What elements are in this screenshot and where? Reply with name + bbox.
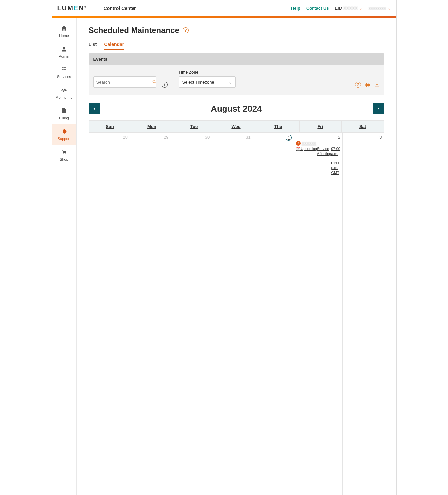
billing-icon	[61, 107, 67, 115]
svg-rect-4	[63, 69, 66, 70]
svg-point-10	[153, 80, 155, 82]
calendar-grid: Sun Mon Tue Wed Thu Fri Sat 28 29 30 31 …	[89, 120, 384, 495]
tz-select[interactable]: Select Timezone ⌄	[179, 76, 236, 88]
svg-rect-1	[62, 67, 63, 68]
chevron-down-icon: ⌄	[228, 80, 232, 85]
sidebar-item-label: Admin	[59, 54, 69, 58]
tz-label: Time Zone	[179, 70, 236, 75]
day-cell[interactable]: 30	[171, 132, 212, 495]
dow-wed: Wed	[215, 121, 257, 132]
tab-calendar[interactable]: Calendar	[104, 42, 124, 50]
next-month-button[interactable]	[373, 103, 384, 114]
dow-sun: Sun	[89, 121, 131, 132]
sidebar-item-billing[interactable]: Billing	[52, 103, 76, 124]
download-icon[interactable]	[374, 82, 380, 87]
eid-selector[interactable]: EID XXXXX ⌄	[335, 6, 363, 11]
calendar-icon: 📅	[296, 146, 301, 495]
help-icon[interactable]: ?	[183, 27, 189, 33]
svg-rect-6	[63, 71, 66, 71]
search-wrap	[93, 76, 156, 88]
sidebar-item-label: Services	[57, 75, 71, 79]
dow-fri: Fri	[300, 121, 342, 132]
support-icon	[61, 128, 67, 135]
svg-rect-2	[63, 67, 66, 68]
app-title: Control Center	[104, 6, 136, 11]
chevron-down-icon: ⌄	[387, 6, 391, 11]
prev-month-button[interactable]	[89, 103, 100, 114]
dow-thu: Thu	[257, 121, 300, 132]
month-title: August 2024	[211, 104, 262, 114]
tab-list[interactable]: List	[89, 42, 97, 50]
svg-point-0	[63, 47, 65, 49]
day-cell[interactable]: 1	[253, 132, 294, 495]
search-input[interactable]	[96, 80, 152, 85]
day-cell[interactable]: 29	[130, 132, 171, 495]
logo: LUMEN®	[57, 4, 87, 12]
admin-icon	[61, 46, 67, 53]
event-item[interactable]: XXXXXX 📅 UpcomingService Affecting07:00 …	[296, 141, 340, 495]
sidebar-item-home[interactable]: Home	[52, 21, 76, 42]
sidebar: Home Admin Services Monitoring Billing S…	[52, 18, 77, 495]
svg-point-9	[65, 154, 66, 155]
help-link[interactable]: Help	[291, 6, 300, 11]
sidebar-item-label: Monitoring	[55, 95, 72, 99]
day-cell[interactable]: 2 XXXXXX 📅 UpcomingService Affecting07:0…	[294, 132, 343, 495]
shop-icon	[61, 149, 67, 156]
svg-point-8	[63, 154, 64, 155]
dow-sat: Sat	[342, 121, 384, 132]
sidebar-item-label: Home	[59, 34, 69, 38]
sidebar-item-label: Billing	[59, 116, 69, 120]
day-cell[interactable]: 31	[212, 132, 253, 495]
chevron-down-icon: ⌄	[359, 6, 363, 11]
day-cell[interactable]: 3	[343, 132, 384, 495]
svg-rect-5	[62, 71, 63, 71]
day-cell[interactable]: 28	[89, 132, 130, 495]
contact-link[interactable]: Contact Us	[306, 6, 329, 11]
sidebar-item-services[interactable]: Services	[52, 62, 76, 83]
sidebar-item-support[interactable]: Support	[52, 124, 76, 145]
help-icon[interactable]: ?	[355, 82, 361, 88]
user-selector[interactable]: xxxxxxxx ⌄	[369, 6, 391, 11]
print-icon[interactable]	[365, 82, 370, 87]
sidebar-item-admin[interactable]: Admin	[52, 42, 76, 62]
wrench-icon	[296, 141, 301, 146]
services-icon	[61, 66, 67, 73]
info-icon[interactable]: i	[162, 82, 168, 88]
dow-mon: Mon	[131, 121, 173, 132]
sidebar-item-label: Support	[58, 137, 71, 141]
sidebar-item-monitoring[interactable]: Monitoring	[52, 83, 76, 103]
page-title: Scheduled Maintenance	[89, 26, 179, 35]
sidebar-item-label: Shop	[60, 157, 68, 161]
home-icon	[61, 25, 67, 32]
search-icon[interactable]	[152, 79, 157, 85]
monitoring-icon	[61, 87, 67, 94]
sidebar-item-shop[interactable]: Shop	[52, 145, 76, 165]
today-marker: 1	[286, 135, 292, 141]
svg-rect-3	[62, 69, 63, 70]
events-header: Events	[89, 53, 384, 65]
dow-tue: Tue	[173, 121, 215, 132]
